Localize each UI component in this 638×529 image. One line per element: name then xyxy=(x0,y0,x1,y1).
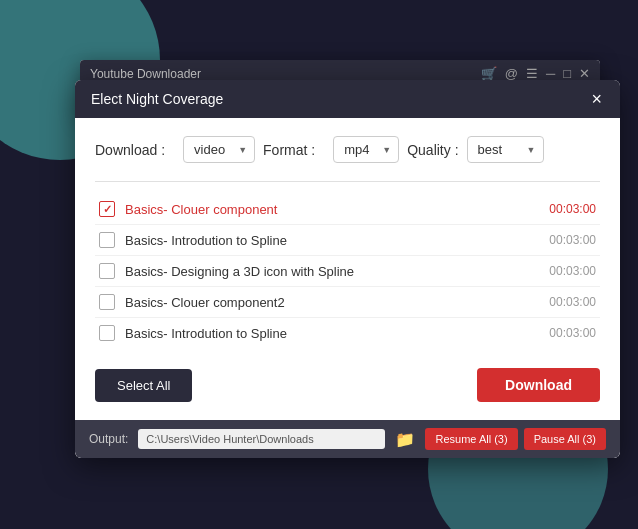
output-path: C:\Users\Video Hunter\Downloads xyxy=(138,429,385,449)
item-title-4: Basics- Clouer component2 xyxy=(125,295,285,310)
app-title: Youtube Downloader xyxy=(90,67,201,81)
download-select[interactable]: video audio xyxy=(183,136,255,163)
maximize-icon[interactable]: □ xyxy=(563,66,571,81)
checkbox-1[interactable] xyxy=(99,201,115,217)
divider xyxy=(95,181,600,182)
item-left: Basics- Clouer component2 xyxy=(99,294,549,310)
playlist: Basics- Clouer component 00:03:00 Basics… xyxy=(95,194,600,348)
item-left: Basics- Introdution to Spline xyxy=(99,325,549,341)
controls-row: Download video audio Format mp4 mkv avi … xyxy=(95,136,600,163)
pause-all-button[interactable]: Pause All (3) xyxy=(524,428,606,450)
output-bar: Output: C:\Users\Video Hunter\Downloads … xyxy=(75,420,620,458)
checkbox-3[interactable] xyxy=(99,263,115,279)
item-left: Basics- Introdution to Spline xyxy=(99,232,549,248)
item-duration-1: 00:03:00 xyxy=(549,202,596,216)
format-select-wrapper: mp4 mkv avi mov xyxy=(333,136,399,163)
list-item: Basics- Introdution to Spline 00:03:00 xyxy=(95,225,600,256)
item-title-5: Basics- Introdution to Spline xyxy=(125,326,287,341)
quality-label: Quality xyxy=(407,142,458,158)
item-left: Basics- Designing a 3D icon with Spline xyxy=(99,263,549,279)
quality-select-wrapper: best 1080p 720p 480p 360p xyxy=(467,136,544,163)
folder-icon[interactable]: 📁 xyxy=(395,430,415,449)
action-row: Select All Download xyxy=(95,364,600,402)
dialog-title: Elect Night Coverage xyxy=(91,91,223,107)
main-dialog: Elect Night Coverage × Download video au… xyxy=(75,80,620,458)
resume-all-button[interactable]: Resume All (3) xyxy=(425,428,517,450)
menu-icon[interactable]: ☰ xyxy=(526,66,538,81)
item-duration-2: 00:03:00 xyxy=(549,233,596,247)
item-title-2: Basics- Introdution to Spline xyxy=(125,233,287,248)
output-buttons: Resume All (3) Pause All (3) xyxy=(425,428,606,450)
quality-select[interactable]: best 1080p 720p 480p 360p xyxy=(467,136,544,163)
item-title-1: Basics- Clouer component xyxy=(125,202,277,217)
format-select[interactable]: mp4 mkv avi mov xyxy=(333,136,399,163)
checkbox-4[interactable] xyxy=(99,294,115,310)
format-label: Format xyxy=(263,142,315,158)
cart-icon[interactable]: 🛒 xyxy=(481,66,497,81)
dialog-body: Download video audio Format mp4 mkv avi … xyxy=(75,118,620,420)
select-all-button[interactable]: Select All xyxy=(95,369,192,402)
minimize-icon[interactable]: ─ xyxy=(546,66,555,81)
app-titlebar-icons: 🛒 @ ☰ ─ □ ✕ xyxy=(481,66,590,81)
item-duration-4: 00:03:00 xyxy=(549,295,596,309)
list-item: Basics- Clouer component2 00:03:00 xyxy=(95,287,600,318)
dialog-titlebar: Elect Night Coverage × xyxy=(75,80,620,118)
checkbox-5[interactable] xyxy=(99,325,115,341)
list-item: Basics- Clouer component 00:03:00 xyxy=(95,194,600,225)
at-icon[interactable]: @ xyxy=(505,66,518,81)
item-duration-5: 00:03:00 xyxy=(549,326,596,340)
item-left: Basics- Clouer component xyxy=(99,201,549,217)
item-title-3: Basics- Designing a 3D icon with Spline xyxy=(125,264,354,279)
dialog-close-button[interactable]: × xyxy=(589,90,604,108)
item-duration-3: 00:03:00 xyxy=(549,264,596,278)
checkbox-2[interactable] xyxy=(99,232,115,248)
list-item: Basics- Designing a 3D icon with Spline … xyxy=(95,256,600,287)
output-label: Output: xyxy=(89,432,128,446)
download-button[interactable]: Download xyxy=(477,368,600,402)
download-select-wrapper: video audio xyxy=(183,136,255,163)
list-item: Basics- Introdution to Spline 00:03:00 xyxy=(95,318,600,348)
download-label: Download xyxy=(95,142,165,158)
close-icon[interactable]: ✕ xyxy=(579,66,590,81)
